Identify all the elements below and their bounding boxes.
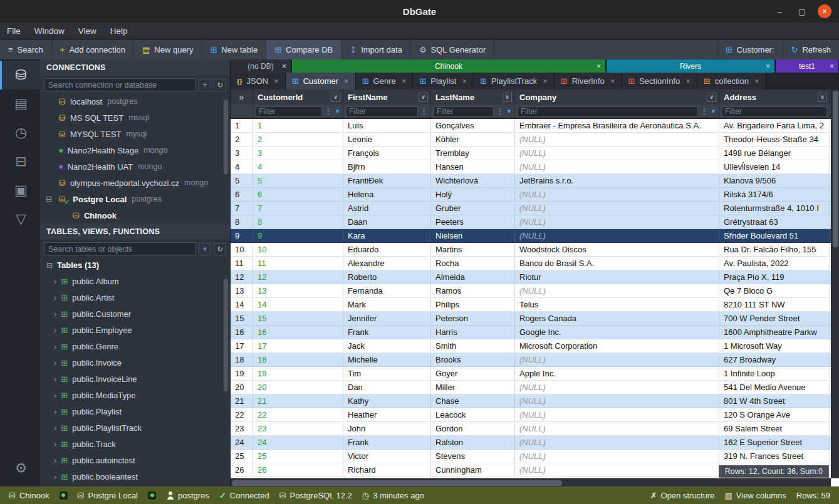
cell-lastname[interactable]: Smith xyxy=(431,339,515,352)
cell-firstname[interactable]: Roberto xyxy=(343,270,431,284)
cell-company[interactable]: (NULL) xyxy=(515,463,719,476)
sidebar-filter-icon[interactable]: ▽ xyxy=(0,205,40,234)
cell-lastname[interactable]: Philips xyxy=(431,298,515,311)
table-item-public-artist[interactable]: ›⊞public.Artist xyxy=(40,289,230,306)
column-dropdown-icon[interactable]: ∨ xyxy=(419,93,428,102)
cell-address[interactable]: Praça Pio X, 119 xyxy=(719,270,830,284)
cell-lastname[interactable]: Nielsen xyxy=(431,229,515,242)
sidebar-database-icon[interactable]: ⛁ xyxy=(0,61,40,90)
connection-nano2health-stage[interactable]: ■Nano2Health Stagemongo xyxy=(40,142,230,158)
sidebar-files-icon[interactable]: ▤ xyxy=(0,90,40,118)
cell-company[interactable]: Riotur xyxy=(515,270,719,284)
cell-company[interactable]: Embraer - Empresa Brasileira de Aeronáut… xyxy=(515,119,719,132)
filter-input-firstname[interactable] xyxy=(346,106,418,117)
table-item-public-autoinctest[interactable]: ›⊞public.autoinctest xyxy=(40,452,230,468)
cell-lastname[interactable]: Tremblay xyxy=(431,147,515,160)
cell-firstname[interactable]: Eduardo xyxy=(343,243,431,256)
table-row[interactable]: 1313FernandaRamos(NULL)Qe 7 Bloco G xyxy=(231,284,831,298)
menu-window[interactable]: Window xyxy=(28,23,71,39)
cell-lastname[interactable]: Rocha xyxy=(431,257,515,270)
cell-company[interactable]: (NULL) xyxy=(515,394,719,408)
cell-address[interactable]: 8210 111 ST NW xyxy=(719,298,830,311)
table-row[interactable]: 55FrantiĐekWichterlováJetBrains s.r.o.Kl… xyxy=(231,174,831,188)
filter-funnel-icon[interactable]: ▼ xyxy=(506,108,512,115)
cell-address[interactable]: 1498 rue Bélanger xyxy=(719,147,830,160)
tab-collection[interactable]: ⊞collection× xyxy=(697,73,766,90)
cell-customerid[interactable]: 26 xyxy=(253,463,343,476)
table-row[interactable]: 2323JohnGordon(NULL)69 Salem Street xyxy=(231,422,831,436)
cell-customerid[interactable]: 2 xyxy=(253,133,343,146)
cell-address[interactable]: Rotenturmstraße 4, 1010 I xyxy=(719,202,830,215)
close-icon[interactable]: × xyxy=(402,76,407,86)
filter-menu-icon[interactable]: ⋮ xyxy=(325,107,332,116)
cell-firstname[interactable]: Heather xyxy=(343,408,431,421)
cell-lastname[interactable]: Ralston xyxy=(431,436,515,449)
table-row[interactable]: 1212RobertoAlmeidaRioturPraça Pio X, 119 xyxy=(231,270,831,284)
close-icon[interactable]: × xyxy=(754,76,759,86)
close-icon[interactable]: × xyxy=(830,62,834,71)
table-row[interactable]: 44BjřrnHansen(NULL)Ullevĺlsveien 14 xyxy=(231,160,831,174)
cell-lastname[interactable]: Brooks xyxy=(431,353,515,366)
cell-firstname[interactable]: Luís xyxy=(343,119,431,132)
cell-customerid[interactable]: 9 xyxy=(253,229,343,242)
table-item-public-invoiceline[interactable]: ›⊞public.InvoiceLine xyxy=(40,371,230,387)
table-row[interactable]: 88DaanPeeters(NULL)Grétrystraat 63 xyxy=(231,215,831,229)
toolbar-add-connection-button[interactable]: +Add connection xyxy=(52,40,134,59)
cell-address[interactable]: 162 E Superior Street xyxy=(719,436,830,449)
table-item-public-employee[interactable]: ›⊞public.Employee xyxy=(40,322,230,338)
column-dropdown-icon[interactable]: ∨ xyxy=(707,93,716,102)
cell-customerid[interactable]: 13 xyxy=(253,284,343,297)
cell-company[interactable]: Microsoft Corporation xyxy=(515,339,719,352)
toolbar-new-table-button[interactable]: ⊞New table xyxy=(202,40,266,59)
status-view-columns[interactable]: ▥View columns xyxy=(720,491,791,500)
menu-view[interactable]: View xyxy=(71,23,103,39)
cell-address[interactable]: Klanova 9/506 xyxy=(719,174,830,187)
cell-lastname[interactable]: Köhler xyxy=(431,133,515,146)
cell-firstname[interactable]: François xyxy=(343,147,431,160)
cell-firstname[interactable]: FrantiĐek xyxy=(343,174,431,187)
close-icon[interactable]: × xyxy=(282,62,286,71)
cell-address[interactable]: 319 N. Frances Street xyxy=(719,450,830,463)
cell-company[interactable]: Rogers Canada xyxy=(515,312,719,325)
cell-customerid[interactable]: 12 xyxy=(253,270,343,284)
table-row[interactable]: 1010EduardoMartinsWoodstock DiscosRua Dr… xyxy=(231,243,831,257)
table-item-public-track[interactable]: ›⊞public.Track xyxy=(40,436,230,452)
cell-company[interactable]: (NULL) xyxy=(515,215,719,229)
cell-customerid[interactable]: 3 xyxy=(253,147,343,160)
table-row[interactable]: 66HelenaHolý(NULL)Rilská 3174/6 xyxy=(231,188,831,202)
cell-address[interactable]: Ullevĺlsveien 14 xyxy=(719,160,830,173)
tables-scrollbar[interactable] xyxy=(224,276,228,481)
cell-company[interactable]: Banco do Brasil S.A. xyxy=(515,257,719,270)
cell-company[interactable]: (NULL) xyxy=(515,436,719,449)
cell-address[interactable]: 120 S Orange Ave xyxy=(719,408,830,421)
cell-lastname[interactable]: Stevens xyxy=(431,450,515,463)
cell-lastname[interactable]: Holý xyxy=(431,188,515,201)
table-row[interactable]: 1515JenniferPetersonRogers Canada700 W P… xyxy=(231,312,831,326)
add-connection-mini-button[interactable]: + xyxy=(199,79,211,91)
cell-lastname[interactable]: Wichterlová xyxy=(431,174,515,187)
cell-address[interactable]: 541 Del Medio Avenue xyxy=(719,381,830,394)
table-row[interactable]: 2121KathyChase(NULL)801 W 4th Street xyxy=(231,394,831,408)
toolbar-compare-db-button[interactable]: ⊞Compare DB xyxy=(266,40,341,59)
cell-customerid[interactable]: 11 xyxy=(253,257,343,270)
cell-customerid[interactable]: 4 xyxy=(253,160,343,173)
connections-search-input[interactable] xyxy=(44,78,196,91)
tab-sectioninfo[interactable]: ⊞SectionInfo× xyxy=(622,73,697,90)
cell-address[interactable]: 69 Salem Street xyxy=(719,422,830,435)
cell-address[interactable]: Av. Brigadeiro Faria Lima, 2 xyxy=(719,119,830,132)
cell-customerid[interactable]: 15 xyxy=(253,312,343,325)
connection-olympus-medportal-vychozi-cz[interactable]: ⛁olympus-medportal.vychozi.czmongo xyxy=(40,175,230,191)
filter-input-lastname[interactable] xyxy=(434,106,494,117)
collapse-icon[interactable]: ⊟ xyxy=(46,195,52,203)
cell-firstname[interactable]: Fernanda xyxy=(343,284,431,297)
cell-company[interactable]: (NULL) xyxy=(515,353,719,366)
close-icon[interactable]: × xyxy=(766,62,770,71)
database-chinook[interactable]: ⛁Chinook xyxy=(40,207,230,224)
cell-customerid[interactable]: 17 xyxy=(253,339,343,352)
cell-firstname[interactable]: Mark xyxy=(343,298,431,311)
cell-firstname[interactable]: Richard xyxy=(343,463,431,476)
cell-customerid[interactable]: 5 xyxy=(253,174,343,187)
cell-company[interactable]: JetBrains s.r.o. xyxy=(515,174,719,187)
cell-firstname[interactable]: Dan xyxy=(343,381,431,394)
tabgroup-test1[interactable]: test1× xyxy=(776,59,838,73)
